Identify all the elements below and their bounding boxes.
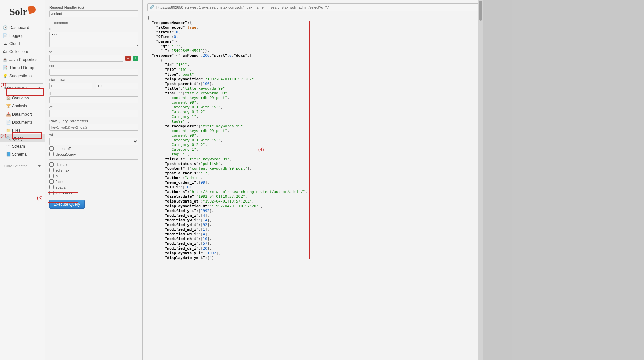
nav-logging-label: Logging bbox=[9, 33, 24, 38]
fq-remove-button[interactable]: − bbox=[125, 56, 131, 61]
debugquery-label: debugQuery bbox=[56, 152, 76, 156]
home-icon: 🏠 bbox=[6, 96, 11, 100]
subnav-overview[interactable]: 🏠Overview bbox=[0, 94, 45, 102]
trophy-icon: 🏆 bbox=[6, 104, 11, 108]
subnav-dataimport[interactable]: 📥Dataimport bbox=[0, 110, 45, 118]
sun-icon bbox=[28, 5, 36, 14]
nav-collections[interactable]: 🗂Collections bbox=[0, 48, 45, 56]
subnav-query[interactable]: 🔍Query bbox=[0, 134, 45, 142]
core-selector-label: Core Selector bbox=[4, 164, 27, 168]
dismax-checkbox[interactable] bbox=[49, 162, 54, 167]
chevron-down-icon bbox=[38, 87, 41, 88]
nav-cloud-label: Cloud bbox=[9, 41, 20, 46]
nav-thread-dump[interactable]: 📑Thread Dump bbox=[0, 64, 45, 72]
spellcheck-label: spellcheck bbox=[56, 191, 73, 195]
indent-off-checkbox[interactable] bbox=[49, 146, 54, 151]
cloud-icon: ☁ bbox=[3, 41, 7, 46]
raw-params-label: Raw Query Parameters bbox=[49, 119, 138, 123]
nav-dashboard[interactable]: 🕑Dashboard bbox=[0, 24, 45, 32]
facet-checkbox[interactable] bbox=[49, 179, 54, 184]
result-url-text: https://ss692650-eu-west-1-aws.searchsta… bbox=[156, 5, 329, 9]
sort-input[interactable] bbox=[49, 69, 138, 76]
sort-label: sort bbox=[49, 64, 138, 68]
spatial-label: spatial bbox=[56, 185, 66, 189]
subnav-stream-label: Stream bbox=[12, 144, 25, 149]
q-input[interactable]: *:* bbox=[49, 32, 138, 47]
files-icon: 📁 bbox=[6, 128, 11, 133]
subnav-files[interactable]: 📁Files bbox=[0, 126, 45, 134]
log-icon: 📄 bbox=[3, 33, 7, 38]
execute-query-button[interactable]: Execute Query bbox=[49, 200, 85, 209]
index-selector-label: index_name_in... bbox=[4, 85, 33, 89]
json-response: { "responseHeader":{ "zkConnected":true,… bbox=[147, 16, 478, 260]
debugquery-checkbox[interactable] bbox=[49, 152, 54, 156]
core-selector[interactable]: Core Selector bbox=[2, 162, 43, 170]
fq-label: fq bbox=[49, 50, 138, 54]
scrollbar[interactable] bbox=[478, 0, 483, 360]
edismax-checkbox[interactable] bbox=[49, 168, 54, 172]
dismax-label: dismax bbox=[56, 163, 67, 167]
subnav-dataimport-label: Dataimport bbox=[12, 112, 32, 117]
coffee-icon: ☕ bbox=[3, 57, 7, 62]
request-handler-label: Request-Handler (qt) bbox=[49, 5, 138, 9]
fl-label: fl bbox=[49, 91, 138, 95]
search-icon: 🔍 bbox=[6, 136, 11, 141]
bulb-icon: 💡 bbox=[3, 74, 7, 78]
spatial-checkbox[interactable] bbox=[49, 185, 54, 189]
callout-4-label: (4) bbox=[258, 147, 264, 152]
indent-off-label: indent off bbox=[56, 147, 71, 151]
wt-select[interactable]: ------ bbox=[49, 138, 138, 145]
nav-thread-dump-label: Thread Dump bbox=[9, 65, 34, 70]
subnav-documents-label: Documents bbox=[12, 120, 33, 125]
nav-dashboard-label: Dashboard bbox=[9, 25, 29, 30]
start-input[interactable] bbox=[49, 83, 92, 89]
df-label: df bbox=[49, 105, 138, 109]
callout-2-label: (2) bbox=[1, 133, 6, 138]
subnav-schema-label: Schema bbox=[12, 152, 27, 157]
gauge-icon: 🕑 bbox=[3, 25, 7, 30]
subnav-schema[interactable]: 📘Schema bbox=[0, 150, 45, 159]
document-icon: 📄 bbox=[6, 120, 11, 125]
fq-input[interactable] bbox=[49, 55, 123, 62]
thread-icon: 📑 bbox=[3, 65, 7, 70]
folder-icon: 🗂 bbox=[3, 49, 7, 54]
chevron-down-icon bbox=[38, 165, 41, 167]
link-icon: 🔗 bbox=[150, 5, 154, 9]
subnav-files-label: Files bbox=[12, 128, 20, 133]
wt-label: wt bbox=[49, 133, 138, 137]
schema-icon: 📘 bbox=[6, 152, 11, 157]
nav-suggestions[interactable]: 💡Suggestions bbox=[0, 72, 45, 80]
subnav-stream[interactable]: 〰Stream bbox=[0, 142, 45, 150]
scrollbar-thumb[interactable] bbox=[479, 1, 482, 21]
q-label: q bbox=[49, 27, 138, 31]
index-selector[interactable]: index_name_in... bbox=[2, 83, 43, 91]
common-legend: common bbox=[49, 20, 138, 25]
fq-add-button[interactable]: + bbox=[133, 56, 138, 61]
edismax-label: edismax bbox=[56, 168, 69, 172]
result-url-bar[interactable]: 🔗 https://ss692650-eu-west-1-aws.searchs… bbox=[147, 3, 478, 11]
hl-checkbox[interactable] bbox=[49, 174, 54, 178]
rows-input[interactable] bbox=[96, 83, 139, 89]
request-handler-input[interactable] bbox=[49, 10, 138, 17]
nav-cloud[interactable]: ☁Cloud bbox=[0, 40, 45, 48]
nav-collections-label: Collections bbox=[9, 49, 29, 54]
nav-suggestions-label: Suggestions bbox=[9, 74, 32, 78]
hl-label: hl bbox=[56, 174, 59, 178]
raw-params-input[interactable] bbox=[49, 124, 138, 131]
subnav-analysis-label: Analysis bbox=[12, 104, 27, 108]
start-rows-label: start, rows bbox=[49, 78, 138, 82]
facet-label: facet bbox=[56, 180, 64, 184]
nav-java-properties-label: Java Properties bbox=[9, 57, 37, 62]
subnav-analysis[interactable]: 🏆Analysis bbox=[0, 102, 45, 110]
logo-text: Solr bbox=[9, 6, 27, 17]
fl-input[interactable] bbox=[49, 96, 138, 103]
subnav-overview-label: Overview bbox=[12, 96, 29, 100]
df-input[interactable] bbox=[49, 110, 138, 117]
subnav-documents[interactable]: 📄Documents bbox=[0, 118, 45, 126]
callout-1-label: (1) bbox=[1, 82, 6, 87]
nav-java-properties[interactable]: ☕Java Properties bbox=[0, 56, 45, 64]
stream-icon: 〰 bbox=[6, 144, 11, 149]
spellcheck-checkbox[interactable] bbox=[49, 191, 54, 195]
subnav-query-label: Query bbox=[12, 136, 23, 141]
nav-logging[interactable]: 📄Logging bbox=[0, 32, 45, 40]
